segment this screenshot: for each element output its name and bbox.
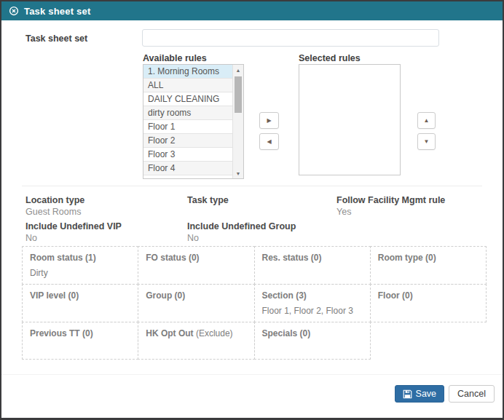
field-label: Follow Facility Mgmt rule [336,195,481,205]
field-value: No [187,233,336,244]
cell-value [262,344,363,353]
dialog-footer: Save Cancel [395,385,495,403]
detail-field-follow-facility-mgmt-rule: Follow Facility Mgmt rule Yes [336,195,481,218]
available-rules-label: Available rules [143,53,207,63]
field-label: Include Undefined Group [187,221,336,231]
detail-field-include-undefined-vip: Include Undefined VIP No [25,221,187,245]
cell-label: Room type (0) [378,253,436,263]
cell-value [378,306,479,315]
move-up-button[interactable]: ▲ [417,112,436,129]
list-item[interactable]: Floor 4 [143,162,232,175]
cell-label: Previous TT (0) [30,328,93,338]
scroll-down-icon[interactable]: ▼ [233,168,243,178]
move-left-button[interactable]: ◀ [259,133,279,150]
cell-value: Dirty [30,268,130,278]
field-value: No [25,233,187,244]
criteria-cell-fo-status: FO status (0) [138,246,254,285]
arrow-left-icon: ◀ [267,138,271,145]
cell-value [262,268,363,277]
cancel-button[interactable]: Cancel [449,385,495,403]
cell-label: Floor (0) [378,290,413,301]
cell-value [146,268,246,277]
detail-field-location-type: Location type Guest Rooms [25,195,187,218]
list-item[interactable]: dirty rooms [143,106,232,120]
arrow-right-icon: ▶ [267,117,271,124]
criteria-cell-res-status: Res. status (0) [254,246,371,285]
list-item[interactable]: ALL [143,79,232,92]
details-summary: Location type Guest Rooms Task type Foll… [25,195,481,245]
scrollbar-thumb[interactable] [235,76,242,113]
criteria-row: Room status (1) Dirty FO status (0) Res.… [22,246,489,285]
close-circle-icon[interactable] [9,6,19,16]
save-button[interactable]: Save [395,385,445,403]
criteria-table: Room status (1) Dirty FO status (0) Res.… [22,246,489,360]
criteria-cell-section: Section (3) Floor 1, Floor 2, Floor 3 [254,284,371,322]
task-sheet-set-input[interactable] [142,29,439,47]
arrow-up-icon: ▲ [424,117,430,124]
task-sheet-set-label: Task sheet set [25,33,87,44]
criteria-cell-room-type: Room type (0) [370,246,487,285]
criteria-row: Previous TT (0) HK Opt Out (Exclude) Spe… [22,322,489,360]
section-divider [22,186,482,186]
footer-divider [1,374,503,375]
field-value [187,207,336,218]
list-item[interactable]: DAILY CLEANING [143,92,232,106]
cell-label: Specials (0) [262,328,311,338]
criteria-cell-hk-opt-out: HK Opt Out (Exclude) [138,322,254,360]
list-item[interactable]: Floor 1 [143,120,232,134]
cell-value [30,306,130,315]
detail-field-include-undefined-group: Include Undefined Group No [187,221,336,245]
list-item[interactable]: Floor 2 [143,134,232,148]
cell-value [146,344,246,353]
arrow-down-icon: ▼ [424,138,430,145]
cell-label: FO status (0) [146,253,199,263]
save-button-label: Save [416,389,437,399]
cell-value: Floor 1, Floor 2, Floor 3 [262,306,363,316]
detail-field-task-type: Task type [187,195,336,218]
scroll-up-icon[interactable]: ▲ [233,65,243,75]
floppy-disk-icon [403,389,412,399]
list-item[interactable]: Floor 5 [143,175,232,178]
field-label: Include Undefined VIP [25,221,187,231]
move-down-button[interactable]: ▼ [417,133,436,150]
cell-label: VIP level (0) [30,290,79,301]
cell-label: Group (0) [146,290,185,301]
criteria-cell-group: Group (0) [138,284,254,322]
criteria-cell-vip-level: VIP level (0) [22,284,138,322]
cell-label: Room status (1) [30,253,96,263]
field-label: Task type [187,195,336,205]
dialog-header: Task sheet set [1,1,503,20]
cell-label-suffix: (Exclude) [194,328,233,338]
field-value: Guest Rooms [25,207,187,218]
list-item[interactable]: 1. Morning Rooms [143,65,232,79]
cell-label: Res. status (0) [262,253,322,263]
selected-rules-label: Selected rules [299,53,361,63]
cell-value [146,306,246,315]
available-rules-listbox[interactable]: 1. Morning Rooms ALL DAILY CLEANING dirt… [143,64,244,179]
criteria-cell-specials: Specials (0) [254,322,371,360]
cancel-button-label: Cancel [457,389,486,399]
task-sheet-set-dialog: Task sheet set Task sheet set Available … [0,0,504,420]
cell-label: Section (3) [262,290,307,301]
field-value: Yes [336,207,481,218]
criteria-cell-previous-tt: Previous TT (0) [22,322,138,360]
dialog-title: Task sheet set [24,6,90,17]
selected-rules-listbox[interactable] [299,64,401,175]
cell-value [30,344,130,353]
cell-label: HK Opt Out [146,328,193,338]
cell-value [378,268,479,277]
list-item[interactable]: Floor 3 [143,148,232,162]
criteria-cell-room-status: Room status (1) Dirty [22,246,138,285]
criteria-row: VIP level (0) Group (0) Section (3) Floo… [22,284,489,322]
scrollbar[interactable]: ▲ ▼ [232,65,243,178]
field-label: Location type [25,195,187,205]
move-right-button[interactable]: ▶ [259,112,279,129]
available-rules-list: 1. Morning Rooms ALL DAILY CLEANING dirt… [143,65,232,178]
criteria-cell-floor: Floor (0) [370,284,487,322]
